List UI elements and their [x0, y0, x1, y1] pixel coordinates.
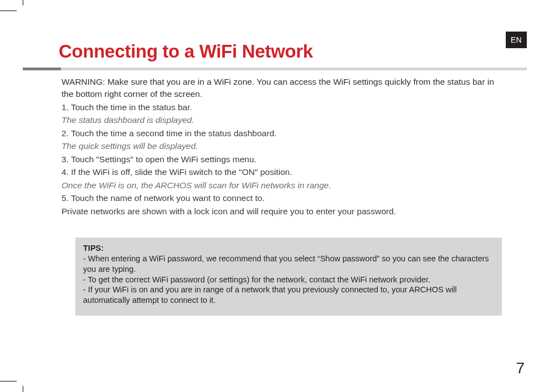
body-text: WARNING: Make sure that you are in a WiF… — [61, 76, 502, 218]
language-tab: EN — [506, 32, 527, 48]
manual-page: EN Connecting to a WiFi Network WARNING:… — [23, 11, 527, 381]
step-5: 5. Touch the name of network you want to… — [61, 192, 502, 204]
step-4: 4. If the WiFi is off, slide the WiFi sw… — [61, 166, 502, 178]
tip-3: - If your WiFi is on and you are in rang… — [83, 285, 494, 306]
title-rule-accent — [23, 68, 61, 70]
tips-heading: TIPS: — [83, 243, 494, 254]
title-rule — [61, 68, 527, 70]
page-title: Connecting to a WiFi Network — [59, 41, 313, 62]
step-3: 3. Touch "Settings" to open the WiFi set… — [61, 153, 502, 166]
crop-mark — [23, 0, 23, 6]
step-2-result: The quick settings will be displayed. — [61, 140, 502, 152]
tips-box: TIPS: - When entering a WiFi password, w… — [75, 238, 502, 316]
step-1: 1. Touch the time in the status bar. — [61, 101, 502, 114]
step-4-result: Once the WiFi is on, the ARCHOS will sca… — [61, 179, 502, 192]
crop-mark — [0, 381, 17, 381]
step-2: 2. Touch the time a second time in the s… — [61, 127, 502, 140]
private-network-note: Private networks are shown with a lock i… — [61, 205, 502, 218]
page-number: 7 — [516, 359, 525, 377]
tip-1: - When entering a WiFi password, we reco… — [83, 254, 494, 275]
crop-mark — [0, 11, 17, 11]
crop-mark — [23, 386, 23, 392]
warning-text: WARNING: Make sure that you are in a WiF… — [61, 76, 502, 101]
tip-2: - To get the correct WiFi password (or s… — [83, 275, 494, 285]
step-1-result: The status dashboard is displayed. — [61, 114, 502, 126]
